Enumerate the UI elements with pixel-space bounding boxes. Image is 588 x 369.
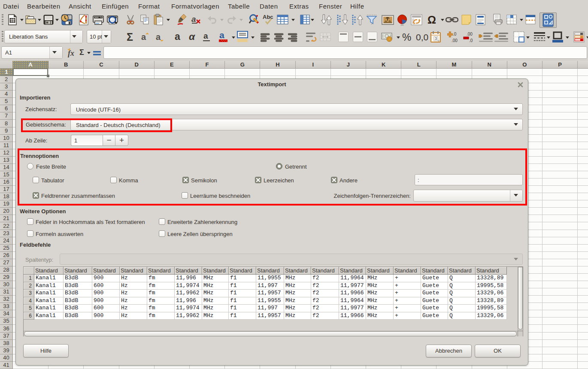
svg-text:3: 3 xyxy=(435,36,437,41)
svg-text:.00: .00 xyxy=(452,38,458,43)
svg-text:.0: .0 xyxy=(453,32,457,36)
svg-text:a: a xyxy=(141,32,146,42)
svg-text:.0: .0 xyxy=(469,38,473,43)
svg-text:a: a xyxy=(156,32,161,42)
svg-text:a: a xyxy=(203,32,208,40)
svg-text:.00: .00 xyxy=(467,32,473,36)
svg-text:a: a xyxy=(191,15,196,24)
svg-text:a: a xyxy=(219,31,224,40)
